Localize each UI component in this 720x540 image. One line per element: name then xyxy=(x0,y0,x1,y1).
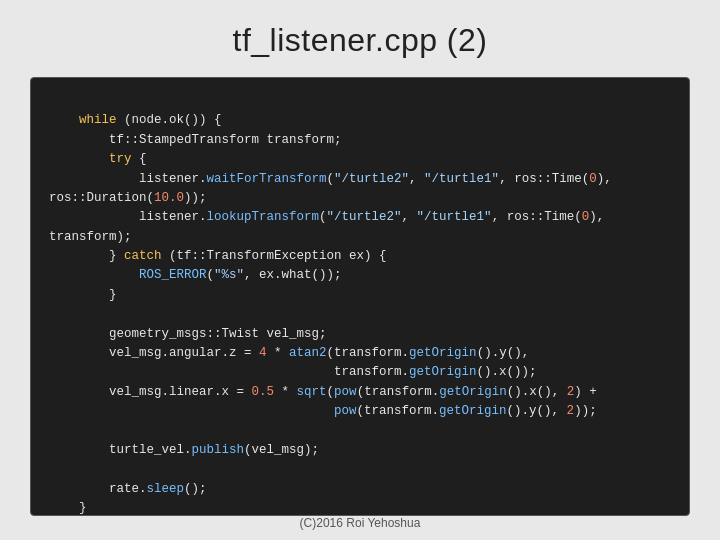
code-line-19 xyxy=(49,462,57,476)
code-line-3: try { xyxy=(49,152,147,166)
code-line-12: geometry_msgs::Twist vel_msg; xyxy=(49,327,327,341)
footer-text: (C)2016 Roi Yehoshua xyxy=(300,516,421,530)
code-line-8: } catch (tf::TransformException ex) { xyxy=(49,249,387,263)
code-block: while (node.ok()) { tf::StampedTransform… xyxy=(30,77,690,516)
code-line-9: ROS_ERROR("%s", ex.what()); xyxy=(49,268,342,282)
slide-title: tf_listener.cpp (2) xyxy=(233,22,488,59)
code-line-1: while (node.ok()) { xyxy=(49,113,222,127)
code-line-5: ros::Duration(10.0)); xyxy=(49,191,207,205)
code-line-6: listener.lookupTransform("/turtle2", "/t… xyxy=(49,210,604,224)
code-line-13: vel_msg.angular.z = 4 * atan2(transform.… xyxy=(49,346,529,360)
code-line-2: tf::StampedTransform transform; xyxy=(49,133,342,147)
code-line-16: pow(transform.getOrigin().y(), 2)); xyxy=(49,404,597,418)
code-line-14: transform.getOrigin().x()); xyxy=(49,365,537,379)
code-line-11 xyxy=(49,307,57,321)
code-line-10: } xyxy=(49,288,117,302)
code-line-18: turtle_vel.publish(vel_msg); xyxy=(49,443,319,457)
code-line-7: transform); xyxy=(49,230,132,244)
code-line-15: vel_msg.linear.x = 0.5 * sqrt(pow(transf… xyxy=(49,385,597,399)
code-line-21: } xyxy=(49,501,87,515)
code-line-17 xyxy=(49,423,57,437)
code-line-20: rate.sleep(); xyxy=(49,482,207,496)
code-line-4: listener.waitForTransform("/turtle2", "/… xyxy=(49,172,612,186)
